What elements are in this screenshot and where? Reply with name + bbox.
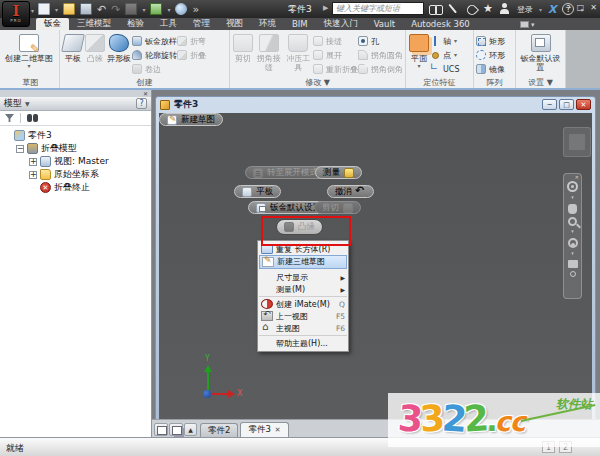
qat-overflow-icon[interactable]: » [192,4,199,15]
navbar-caret-icon[interactable]: ▾ [571,251,574,257]
save-icon[interactable] [80,3,92,15]
ribbon-button-axis[interactable]: 轴▾ [430,34,460,48]
ribbon-button-contour-flange[interactable]: 异形板 [106,32,132,63]
ribbon-button-flange[interactable]: 凸缘 [84,32,106,63]
switch-windows-icon[interactable]: ▾ [520,20,540,29]
tree-item[interactable]: + 原始坐标系 [0,168,151,181]
inventor-logo[interactable]: I PRO [2,1,30,27]
ribbon-button-bend[interactable]: 折弯 [177,34,206,48]
ribbon-button-plane[interactable]: 平面 ▾ [408,32,430,69]
doc-minimize-button[interactable]: ─ [542,99,557,110]
document-tab[interactable]: 零件3 ✕ [240,422,288,437]
ribbon-button-create-2d-sketch[interactable]: 创建二维草图 ▾ [4,32,54,69]
filter-icon[interactable] [5,114,14,122]
ribbon-button-unfold[interactable]: 展开 [313,48,358,62]
navbar-more-icon[interactable] [570,271,576,277]
panel-label-sketch[interactable]: 草图 [2,77,59,88]
search-binoculars-icon[interactable] [429,3,441,15]
ribbon-tab[interactable]: Autodesk 360 [403,18,478,30]
update-caret-icon[interactable]: ▾ [167,6,170,13]
marking-menu-item[interactable]: 撤消 [327,185,374,198]
maximize-button[interactable]: □ [577,3,585,12]
favorites-star-icon[interactable]: ★ [483,3,493,15]
browser-help-icon[interactable]: ? [136,98,147,109]
ribbon-tab[interactable]: 管理 [185,18,218,30]
context-menu-item[interactable]: 主视图 F6 [259,322,347,336]
ribbon-button-hem[interactable]: 卷边 [132,62,177,76]
find-binoculars-icon[interactable] [27,114,39,123]
tile-windows-icon[interactable] [169,423,183,436]
context-menu-item[interactable]: 尺寸显示 ▶ [259,271,347,283]
ribbon-button-mirror[interactable]: 镜像 [476,62,505,76]
arrange-windows-icon[interactable] [154,423,168,436]
update-icon[interactable] [150,3,162,15]
browser-header[interactable]: 模型 ▼ ? [0,97,151,111]
ribbon-button-corner-round[interactable]: 拐角圆角 [358,48,403,62]
zoom-magnifier-icon[interactable] [568,217,577,226]
search-input[interactable]: 键入关键字或短语 [332,2,424,15]
graphics-canvas[interactable]: ✕ ▾ ▾ ▾ 转至展开模式 [159,113,592,429]
tree-item[interactable]: 零件3 [0,129,151,142]
ribbon-button-circular-pattern[interactable]: 环形 [476,48,505,62]
ribbon-tab[interactable]: Vault [366,18,403,30]
ribbon-button-corner-seam[interactable]: 拐角接缝 [254,32,284,72]
marking-menu-item[interactable]: 测量 [315,166,362,179]
marking-menu-item[interactable]: 转至展开模式 [245,166,326,179]
marking-menu-item[interactable]: 新建草图 [159,113,223,126]
ribbon-button-contour-roll[interactable]: 轮廓旋转 [132,48,177,62]
browser-title-caret-icon[interactable]: ▼ [25,100,30,107]
tab-close-icon[interactable]: ✕ [275,426,281,434]
ribbon-tab[interactable]: 工具 [152,18,185,30]
orbit-icon[interactable] [568,238,578,248]
close-button[interactable]: ✕ [590,3,597,12]
iproperties-icon[interactable] [125,3,137,15]
panel-label-create[interactable]: 创建 [60,77,229,88]
marking-menu-item[interactable]: 平板 [234,185,281,198]
tree-expander[interactable]: + [29,158,37,166]
open-icon[interactable] [63,3,75,15]
expand-tabs-icon[interactable]: ▲ [184,423,197,436]
ribbon-tab[interactable]: 三维模型 [69,18,119,30]
browser-grab-strip[interactable]: ✕ [0,90,151,97]
doc-close-button[interactable]: ✕ [576,99,591,110]
ribbon-button-point[interactable]: 点▾ [430,48,460,62]
tree-item[interactable]: − 折叠模型 [0,142,151,155]
ribbon-tab[interactable]: 检验 [119,18,152,30]
browser-close-icon[interactable]: ✕ [143,90,148,97]
ribbon-button-lofted-flange[interactable]: 钣金放样 [132,34,177,48]
context-menu-item[interactable]: 创建 iMate(M) Q [259,298,347,310]
context-menu-item[interactable]: 上一视图 F5 [259,310,347,322]
navbar-caret-icon[interactable]: ▾ [571,229,574,235]
document-title-caret-icon[interactable]: ▶ [323,4,328,12]
ribbon-button-rectangular-pattern[interactable]: 矩形 [476,34,505,48]
ribbon-tab[interactable]: 钣金 [36,18,69,30]
tree-expander[interactable]: + [29,171,37,179]
ribbon-button-corner-chamfer[interactable]: 拐角倒角 [358,62,403,76]
ribbon-button-face[interactable]: 平板 [62,32,84,63]
ribbon-tab[interactable]: 视图 [218,18,251,30]
ribbon-button-punch-tool[interactable]: 冲压工具 [284,32,314,72]
sign-in-label[interactable]: 登录 [517,4,533,15]
iproperties-caret-icon[interactable]: ▾ [142,6,145,13]
steering-wheel-icon[interactable] [567,181,578,192]
viewcube-faded[interactable] [563,127,591,157]
exchange-apps-icon[interactable]: X [548,3,556,16]
panel-label-modify[interactable]: 修改 ▼ [230,77,405,88]
ribbon-button-hole[interactable]: 孔 [358,34,403,48]
look-at-icon[interactable] [568,260,578,268]
logo-caret-icon[interactable]: ▾ [31,7,34,14]
navbar-close-icon[interactable]: ✕ [575,174,579,180]
new-file-icon[interactable] [38,3,50,15]
doc-maximize-button[interactable]: □ [559,99,574,110]
undo-icon[interactable]: ↶ [97,4,106,15]
ribbon-button-rip[interactable]: 接缝 [313,34,358,48]
ribbon-button-sheet-metal-defaults[interactable]: 钣金默认设置 [518,32,563,72]
panel-label-pattern[interactable]: 阵列 [474,77,515,88]
ribbon-tab[interactable]: 快速入门 [316,18,366,30]
marking-menu-item[interactable]: 剪切 [314,201,361,214]
pan-hand-icon[interactable] [568,204,577,214]
context-menu-item[interactable]: 帮助主题(H)... [259,337,347,349]
ribbon-tab[interactable]: BIM [284,18,316,30]
context-menu-item[interactable]: 测量(M) ▶ [259,283,347,297]
wrench-icon[interactable] [445,1,462,18]
